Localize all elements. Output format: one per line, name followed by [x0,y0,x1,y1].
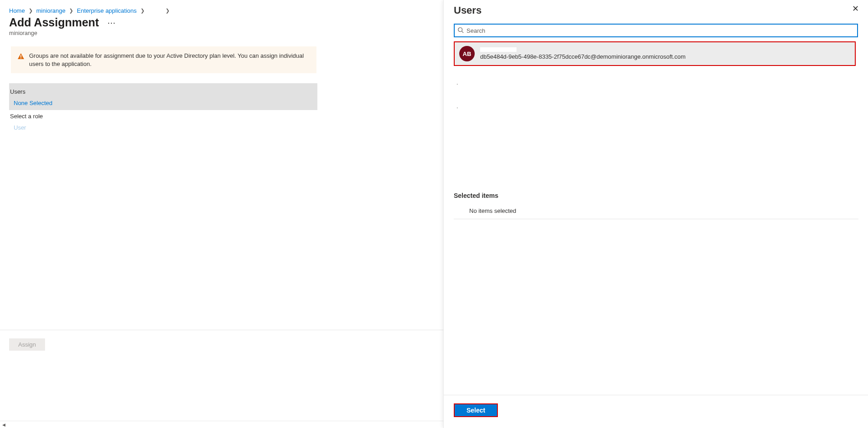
chevron-right-icon: ❯ [69,8,73,14]
search-input-wrap[interactable] [454,24,858,37]
users-value-link[interactable]: None Selected [9,97,317,110]
more-actions-button[interactable]: ⋯ [107,19,115,27]
scroll-left-icon[interactable]: ◀ [0,421,7,428]
user-display-name [480,47,517,52]
warning-banner: Groups are not available for assignment … [11,46,316,73]
close-icon: ✕ [852,4,859,13]
breadcrumb-tenant[interactable]: miniorange [36,7,65,14]
role-picker: Select a role User [9,110,317,135]
warning-icon [17,53,25,60]
search-icon [457,27,464,35]
svg-line-3 [462,31,464,33]
list-placeholder: . [454,90,858,113]
breadcrumb-enterprise-apps[interactable]: Enterprise applications [77,7,137,14]
user-result-row[interactable]: AB db5e484d-9eb5-498e-8335-2f75dcce67dc@… [454,41,856,66]
chevron-right-icon: ❯ [166,8,170,14]
svg-point-2 [458,27,462,31]
breadcrumb-home[interactable]: Home [9,7,25,14]
page-subtitle: miniorange [0,29,443,46]
close-button[interactable]: ✕ [852,5,859,13]
flyout-footer: Select [444,395,868,417]
user-email: db5e484d-9eb5-498e-8335-2f75dcce67dc@dem… [480,53,686,60]
warning-text: Groups are not available for assignment … [29,52,310,68]
svg-rect-0 [20,55,21,57]
flyout-title: Users [454,5,482,16]
horizontal-scrollbar[interactable]: ◀ [0,421,443,428]
role-value-link: User [9,122,317,135]
select-button[interactable]: Select [454,403,498,417]
users-label: Users [9,86,317,97]
users-flyout: Users ✕ AB db5e484d-9eb5-498e-8335-2f75d… [443,0,868,428]
assign-button: Assign [9,338,45,351]
no-items-text: No items selected [454,203,858,219]
results-list[interactable]: AB db5e484d-9eb5-498e-8335-2f75dcce67dc@… [454,41,858,186]
breadcrumb: Home ❯ miniorange ❯ Enterprise applicati… [0,0,443,16]
chevron-right-icon: ❯ [29,8,33,14]
main-footer: Assign [0,330,443,351]
search-input[interactable] [467,25,854,36]
list-placeholder: . [454,66,858,90]
role-label: Select a role [9,110,317,122]
users-picker[interactable]: Users None Selected [9,83,317,110]
svg-rect-1 [20,58,21,59]
avatar: AB [459,46,475,61]
chevron-right-icon: ❯ [140,8,145,14]
page-title: Add Assignment [9,16,99,29]
selected-items-label: Selected items [444,186,868,203]
